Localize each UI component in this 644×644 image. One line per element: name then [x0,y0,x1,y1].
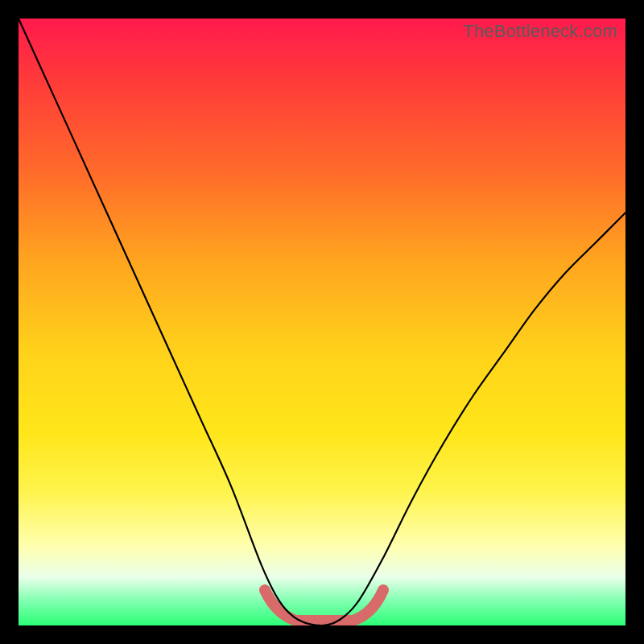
watermark-text: TheBottleneck.com [463,21,617,42]
bottleneck-curve [19,19,625,625]
chart-frame: TheBottleneck.com [19,19,625,625]
chart-svg [19,19,625,625]
